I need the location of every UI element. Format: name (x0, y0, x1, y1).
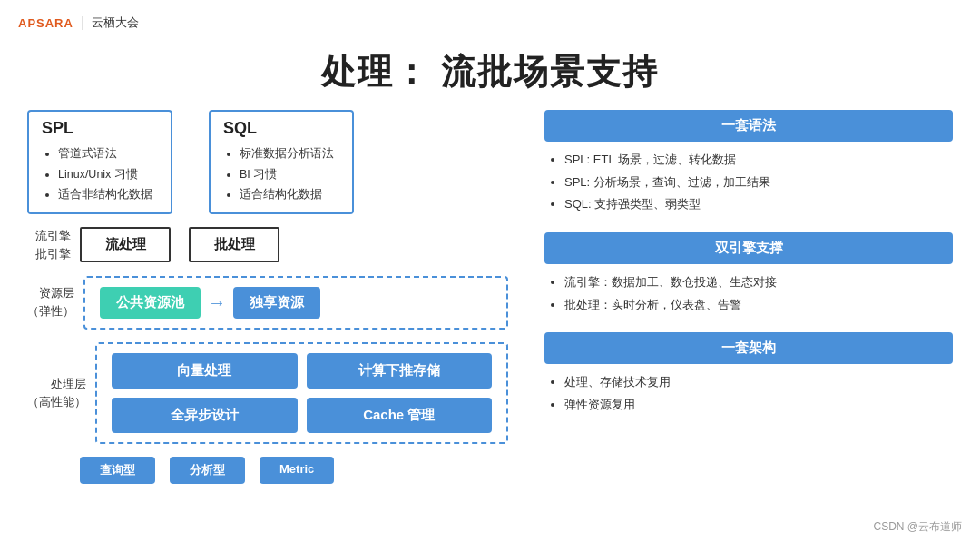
resource-exclusive: 独享资源 (233, 287, 320, 319)
sql-item-3: 适合结构化数据 (240, 184, 339, 205)
section3-item-1: 处理、存储技术复用 (564, 371, 953, 394)
section2-item-1: 流引擎：数据加工、数仓投递、生态对接 (564, 271, 953, 294)
proc-btn-async: 全异步设计 (112, 398, 298, 433)
right-section-arch: 一套架构 处理、存储技术复用 弹性资源复用 (544, 332, 953, 416)
logo-cn: 云栖大会 (92, 15, 139, 31)
processing-container: 向量处理 计算下推存储 全异步设计 Cache 管理 (95, 342, 508, 444)
resource-arrow-icon: → (208, 292, 226, 313)
section3-list: 处理、存储技术复用 弹性资源复用 (544, 371, 953, 416)
spl-box: SPL 管道式语法 Linux/Unix 习惯 适合非结构化数据 (27, 110, 172, 214)
tab-metric[interactable]: Metric (260, 457, 334, 484)
resource-label: 资源层 （弹性） (27, 284, 74, 320)
engine-stream: 流处理 (80, 227, 171, 262)
processing-label: 处理层 （高性能） (27, 375, 86, 411)
processing-row: 处理层 （高性能） 向量处理 计算下推存储 全异步设计 Cache 管理 (27, 342, 508, 444)
engine-batch: 批处理 (189, 227, 279, 262)
main-content: SPL 管道式语法 Linux/Unix 习惯 适合非结构化数据 SQL 标准数… (0, 110, 980, 542)
section1-item-3: SQL: 支持强类型、弱类型 (564, 193, 953, 216)
footer: CSDN @云布道师 (873, 519, 962, 535)
section1-item-1: SPL: ETL 场景，过滤、转化数据 (564, 149, 953, 172)
section3-header: 一套架构 (544, 332, 953, 364)
spl-item-1: 管道式语法 (58, 143, 158, 164)
syntax-row: SPL 管道式语法 Linux/Unix 习惯 适合非结构化数据 SQL 标准数… (27, 110, 508, 214)
header: APSARA | 云栖大会 (0, 0, 980, 45)
tab-analytics[interactable]: 分析型 (170, 457, 245, 484)
resource-public: 公共资源池 (100, 287, 201, 319)
sql-item-2: BI 习惯 (240, 164, 339, 185)
logo: APSARA | 云栖大会 (18, 15, 139, 31)
section1-item-2: SPL: 分析场景，查询、过滤，加工结果 (564, 172, 953, 194)
resource-container: 公共资源池 → 独享资源 (83, 276, 508, 330)
left-panel: SPL 管道式语法 Linux/Unix 习惯 适合非结构化数据 SQL 标准数… (27, 110, 508, 542)
spl-list: 管道式语法 Linux/Unix 习惯 适合非结构化数据 (42, 143, 158, 205)
section1-list: SPL: ETL 场景，过滤、转化数据 SPL: 分析场景，查询、过滤，加工结果… (544, 149, 953, 216)
logo-en: APSARA (18, 16, 74, 30)
section2-item-2: 批处理：实时分析，仪表盘、告警 (564, 294, 953, 317)
sql-title: SQL (223, 119, 339, 138)
section2-list: 流引擎：数据加工、数仓投递、生态对接 批处理：实时分析，仪表盘、告警 (544, 271, 953, 316)
sql-list: 标准数据分析语法 BI 习惯 适合结构化数据 (223, 143, 339, 205)
sql-box: SQL 标准数据分析语法 BI 习惯 适合结构化数据 (209, 110, 354, 214)
proc-btn-vector: 向量处理 (112, 353, 298, 389)
spl-item-3: 适合非结构化数据 (58, 184, 158, 205)
tab-query[interactable]: 查询型 (80, 457, 155, 484)
proc-btn-pushdown: 计算下推存储 (307, 353, 493, 389)
proc-btn-cache: Cache 管理 (307, 398, 493, 433)
section2-header: 双引擎支撑 (544, 232, 953, 264)
page-title: 处理： 流批场景支持 (0, 49, 980, 95)
right-panel: 一套语法 SPL: ETL 场景，过滤、转化数据 SPL: 分析场景，查询、过滤… (526, 110, 953, 542)
resource-row: 资源层 （弹性） 公共资源池 → 独享资源 (27, 276, 508, 330)
right-section-syntax: 一套语法 SPL: ETL 场景，过滤、转化数据 SPL: 分析场景，查询、过滤… (544, 110, 953, 216)
engine-row: 流引擎 批引擎 流处理 批处理 (27, 227, 508, 263)
engine-label: 流引擎 批引擎 (27, 227, 71, 263)
section3-item-2: 弹性资源复用 (564, 394, 953, 417)
sql-item-1: 标准数据分析语法 (240, 143, 339, 164)
bottom-tabs: 查询型 分析型 Metric (80, 457, 508, 484)
right-section-engine: 双引擎支撑 流引擎：数据加工、数仓投递、生态对接 批处理：实时分析，仪表盘、告警 (544, 232, 953, 316)
section1-header: 一套语法 (544, 110, 953, 142)
logo-divider: | (81, 15, 84, 31)
spl-item-2: Linux/Unix 习惯 (58, 164, 158, 185)
spl-title: SPL (42, 119, 158, 138)
engine-boxes: 流处理 批处理 (80, 227, 279, 262)
